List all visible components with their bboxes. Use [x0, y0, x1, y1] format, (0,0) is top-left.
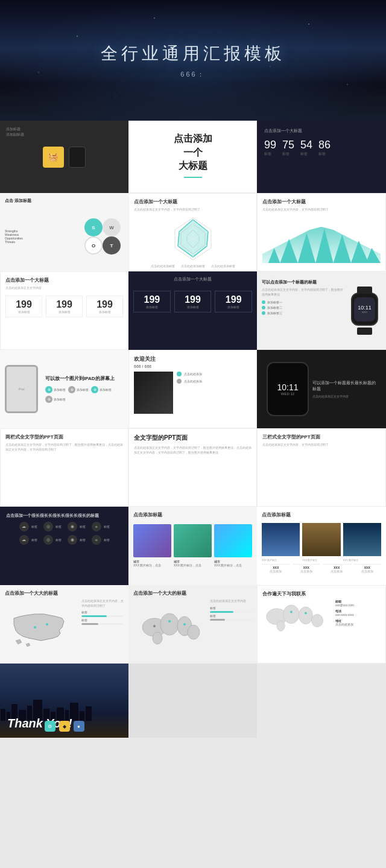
- stats-row: 99 标签 75 标签 54 标签 86 标签: [264, 139, 379, 157]
- smartwatch-title: 可以添加一个标题最长最长标题的标题: [312, 380, 376, 392]
- world-map-svg-2: [262, 600, 332, 639]
- smartwatch-content: 10:11 WED 12 可以添加一个标题最长最长标题的标题 点击此处添加正文文…: [262, 355, 381, 423]
- swot-t: T: [103, 236, 121, 255]
- progress-bar-4: [210, 619, 252, 621]
- basket-icon: 🧺: [43, 147, 64, 168]
- world-map-small: [262, 600, 332, 641]
- slide-us-map: 点击添加一个大大的标题 点击此处添: [0, 585, 128, 664]
- slide-3col-text: 三栏式全文字型的PPT页面 点击此处添加正文文字内容，文字内容应简洁明了: [257, 428, 386, 507]
- photo-item-2: 点击此处添加: [177, 379, 252, 384]
- slide-product: 添加标题 添加副标题 🧺: [0, 121, 128, 193]
- photo-thumb-2: [174, 524, 212, 557]
- stats-cards-dark: 199 添加标签 199 添加标签 199 添加标签: [133, 291, 252, 312]
- watch-desc: 点击此处添加正文文字内容，文字内容应简洁明了，配合图片使用效果更佳: [262, 288, 343, 297]
- slide-smartwatch: 10:11 WED 12 可以添加一个标题最长最长标题的标题 点击此处添加正文文…: [257, 350, 386, 428]
- stat-white-2: 199 添加标签: [46, 296, 83, 317]
- slide-stats-dark: 点击添加一个大标题 199 添加标签 199 添加标签 199 添加标签: [128, 271, 257, 350]
- slide-radar: 点击添加一个大标题 点击此处添加正文文字内容，文字内容应简洁明了 点击此处添加标…: [128, 193, 257, 271]
- row-3: 点击 添加标题 Strengths Weakness Opportunities…: [0, 193, 386, 271]
- city-photos: [262, 523, 381, 556]
- photo-title: 欢迎关注 666 / 666: [134, 355, 252, 369]
- teal-divider: [184, 177, 202, 178]
- stat-dark-3: 199 添加标签: [215, 291, 252, 312]
- map2-info: 点击此处添加正文文字内容 标签 标签: [210, 599, 252, 659]
- city-stat-4: XXX 点击添加: [353, 564, 382, 573]
- slide-hero: 全行业通用汇报模板 666：: [0, 0, 386, 121]
- watch-item-3: 添加标签三: [262, 311, 343, 315]
- icons-title: 点击添加一个很长很长长很长长很长长很长的标题: [6, 513, 122, 518]
- svg-point-29: [277, 621, 285, 631]
- watch-item-2: 添加标签二: [262, 306, 343, 309]
- ipad-icon-4: ⊕ 添加标签: [45, 396, 66, 403]
- radar-chart: [134, 215, 252, 263]
- row-2: 添加标题 添加副标题 🧺 点击添加 一个 大标题 点击添加一个大标题: [0, 121, 386, 193]
- icon-item-6: ◎ 标签: [43, 535, 62, 545]
- swot-o: O: [84, 236, 103, 255]
- city-label-2: XXX 图片标注: [302, 559, 340, 562]
- slide-fulltext-single: 全文字型的PPT页面 点击此处添加正文文字内容，文字内容应简洁明了，配合图片使用…: [128, 428, 257, 507]
- svg-point-24: [153, 625, 156, 627]
- svg-point-23: [183, 623, 186, 626]
- us-map-svg: [11, 609, 71, 648]
- area-svg: [262, 224, 381, 263]
- city-title: 点击添加标题: [262, 512, 381, 518]
- icons-row-2: ☁ 标签 ◎ 标签 ◉ 标签 ≡ 标签: [6, 535, 122, 545]
- dark-stats-title: 点击添加一个大标题: [264, 128, 379, 134]
- radar-legend: 点击此处添加标签 点击此处添加标签 点击此处添加标签: [134, 264, 252, 268]
- lake-bg: [0, 84, 386, 121]
- icon-cloud-2: ☁: [19, 535, 29, 545]
- slide-stats-white: 点击添加一个大标题 点击此处添加正文文字内容 199 添加标签 199 添加标签…: [0, 271, 128, 350]
- radar-title: 点击添加一个大标题: [134, 198, 252, 205]
- row-6: 两栏式全文字型的PPT页面 点击此处添加正文文字内容，文字内容应简洁明了，配合图…: [0, 428, 386, 507]
- smartwatch-face: 10:11 WED 12: [267, 362, 309, 416]
- us-map-shape: [5, 599, 77, 659]
- svg-point-26: [283, 605, 300, 624]
- ipad-image: iPad: [5, 365, 38, 413]
- svg-point-27: [299, 607, 312, 624]
- page-container: 全行业通用汇报模板 666： 添加标题 添加副标题 🧺 点击添加 一个 大标题: [0, 0, 386, 738]
- city-stat-3: XXX 点击添加: [323, 564, 351, 573]
- thankyou-icon-2: ◆: [59, 721, 70, 732]
- photo-content-row: 点击此处添加 点击此处添加: [134, 372, 252, 423]
- svg-point-18: [160, 613, 179, 635]
- stat-1: 99 标签: [264, 139, 276, 157]
- slide-dark-stats: 点击添加一个大标题 99 标签 75 标签 54 标签 86 标签: [257, 121, 386, 193]
- hero-subtitle: 666：: [180, 70, 205, 79]
- row-5: iPad 可以放一个图片到IPAD的屏幕上 ⊕ 添加标签 ⊕ 添加标签 ⊕ 添加…: [0, 350, 386, 428]
- ipad-icon-3: ⊕ 添加标签: [91, 386, 112, 393]
- smartwatch-desc: 点击此处添加正文文字内容: [312, 394, 376, 398]
- photo-col-1: 城市 XXX 图片标注，点击: [133, 524, 171, 567]
- fulltext1-title: 两栏式全文字型的PPT页面: [5, 434, 123, 440]
- stats-dark-title: 点击添加一个大标题: [133, 276, 252, 282]
- stats-cards-white: 199 添加标签 199 添加标签 199 添加标签: [5, 296, 123, 317]
- slide-area: 点击添加一个大标题 点击此处添加正文文字内容，文字内容应简洁明了: [257, 193, 386, 271]
- svg-point-16: [46, 623, 48, 626]
- product-area: 🧺: [43, 147, 86, 168]
- thankyou-icon-1: ⚙: [45, 721, 55, 732]
- progress-fill-4: [210, 619, 225, 621]
- contact-item-1: 邮箱 xxx@xxx.com: [335, 600, 381, 607]
- icon-item-8: ≡ 标签: [92, 535, 110, 545]
- svg-point-28: [311, 614, 323, 627]
- stat-3: 54 标签: [300, 139, 312, 157]
- stat-white-3: 199 添加标签: [86, 296, 123, 317]
- fulltext2-desc: 点击此处添加正文文字内容，文字内容应简洁明了，配合图片使用效果更佳，点击此处添加…: [134, 446, 252, 455]
- photo-col-3: 城市 XXX 图片标注，点击: [214, 524, 252, 567]
- city-photo-1: [262, 523, 300, 556]
- slide-icons: 点击添加一个很长很长长很长长很长长很长的标题 ☁ 标签 ◎ 标签 ◉ 标签: [0, 507, 128, 585]
- contact-info: 邮箱 xxx@xxx.com 电话 xxx-xxxx-xxxx 地址 点击此处添…: [335, 600, 381, 641]
- svg-point-20: [188, 625, 200, 639]
- slide-photogrid: 点击添加标题 城市 XXX 图片标注，点击 城市 XXX 图片标注，点击: [128, 507, 257, 585]
- stat-4: 86 标签: [318, 139, 331, 157]
- progress-bar-1: [81, 615, 124, 617]
- svg-point-22: [168, 620, 171, 622]
- icons-grid: ☁ 标签 ◎ 标签 ◉ 标签 ≡ 标签: [6, 522, 122, 545]
- row-4: 点击添加一个大标题 点击此处添加正文文字内容 199 添加标签 199 添加标签…: [0, 271, 386, 350]
- stat-white-1: 199 添加标签: [5, 296, 42, 317]
- swot-labels: Strengths Weakness Opportunities Threats: [5, 229, 78, 244]
- svg-point-21: [153, 632, 162, 644]
- city-photo-2: [302, 523, 340, 556]
- icon-bar-2: ≡: [92, 535, 101, 545]
- swot-circles: S W O T: [81, 215, 124, 258]
- icon-globe-2: ◎: [43, 535, 53, 545]
